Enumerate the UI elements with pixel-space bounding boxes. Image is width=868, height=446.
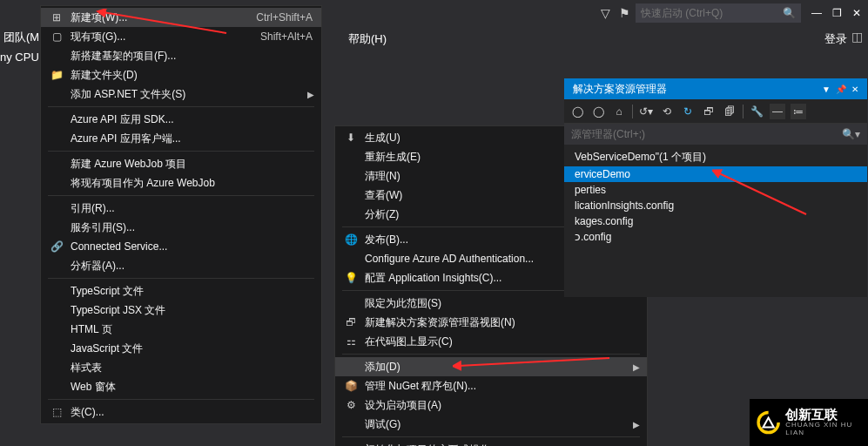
menu-item[interactable]: Azure API 应用 SDK... (41, 110, 321, 129)
menu-item[interactable]: 📦管理 NuGet 程序包(N)... (335, 376, 647, 395)
logo-name: 创新互联 (785, 408, 861, 422)
menu-item-label: 在代码图上显示(C) (365, 334, 453, 349)
quick-launch[interactable]: 🔍 (636, 3, 801, 23)
menu-item[interactable]: 新搭建基架的项目(F)... (41, 46, 321, 65)
new_item-icon: ⊞ (48, 10, 65, 24)
tree-row[interactable]: licationInsights.config (564, 198, 867, 213)
menu-item-label: 添加 ASP.NET 文件夹(S) (71, 87, 185, 102)
build-icon: ⬇ (342, 131, 360, 145)
blank-icon (48, 49, 65, 63)
menu-item[interactable]: 新建 Azure WebJob 项目 (41, 154, 321, 173)
pin-icon[interactable]: 📌 (836, 84, 846, 94)
history-icon[interactable]: ↺▾ (638, 104, 654, 119)
tree-row[interactable]: ɔ.config (564, 229, 867, 245)
menu-item-label: 查看(W) (365, 188, 402, 203)
menu-item[interactable]: 初始化与项目的交互式操作 (335, 440, 647, 446)
separator (48, 195, 314, 196)
properties-icon[interactable]: 🔧 (749, 104, 764, 119)
search-icon[interactable]: 🔍▾ (842, 128, 860, 140)
blank-icon (342, 443, 360, 446)
menu-item-label: TypeScript JSX 文件 (71, 303, 165, 318)
blank-icon (48, 157, 65, 171)
flag-icon[interactable]: ⚑ (616, 5, 632, 21)
menu-item[interactable]: 添加 ASP.NET 文件夹(S)▶ (41, 84, 321, 104)
minimize-button[interactable]: — (811, 7, 822, 19)
menu-item-label: 将现有项目作为 Azure WebJob (71, 176, 215, 191)
sync-icon[interactable]: ⟲ (659, 104, 675, 119)
blank-icon (342, 296, 360, 310)
menu-item[interactable]: 🔗Connected Service... (41, 237, 321, 256)
blank-icon (342, 150, 360, 164)
menu-item-label: 添加(D) (365, 360, 400, 375)
close-panel-icon[interactable]: ✕ (851, 84, 858, 94)
menu-item[interactable]: 调试(G)▶ (335, 415, 647, 434)
shortcut-label: Ctrl+Shift+A (256, 11, 313, 24)
menu-help[interactable]: 帮助(H) (348, 31, 387, 47)
solution-explorer-title[interactable]: 解决方案资源管理器 ▼ 📌 ✕ (564, 78, 867, 99)
dropdown-icon[interactable]: ▼ (822, 84, 831, 94)
back-icon[interactable]: ◯ (569, 104, 585, 119)
menu-item[interactable]: 🗗新建解决方案资源管理器视图(N) (335, 313, 647, 332)
add-submenu: ⊞新建项(W)...Ctrl+Shift+A▢现有项(G)...Shift+Al… (40, 5, 322, 424)
menu-item[interactable]: ⬚类(C)... (41, 402, 321, 422)
menu-item[interactable]: HTML 页 (41, 320, 321, 339)
menu-item[interactable]: 分析器(A)... (41, 256, 321, 275)
separator (342, 436, 640, 437)
menu-item[interactable]: ▢现有项(G)...Shift+Alt+A (41, 27, 321, 46)
menu-item-label: 现有项(G)... (71, 30, 125, 44)
blank-icon (342, 169, 360, 183)
menu-item[interactable]: ⊞新建项(W)...Ctrl+Shift+A (41, 8, 321, 27)
menu-item[interactable]: 服务引用(S)... (41, 218, 321, 237)
menu-item-label: Connected Service... (71, 240, 167, 253)
menu-item[interactable]: ⚏在代码图上显示(C) (335, 332, 647, 351)
home-icon[interactable]: ⌂ (611, 104, 627, 119)
logo-mark-icon (757, 409, 780, 436)
submenu-arrow-icon: ▶ (633, 420, 640, 429)
menu-team[interactable]: 团队(M (3, 30, 39, 45)
blank-icon (48, 176, 65, 190)
tree-row[interactable]: VebServiceDemo"(1 个项目) (564, 148, 867, 166)
menu-item[interactable]: Web 窗体 (41, 377, 321, 396)
menu-item[interactable]: Azure API 应用客户端... (41, 129, 321, 148)
menu-item-label: Azure API 应用客户端... (71, 132, 181, 146)
separator (342, 354, 640, 355)
menu-item[interactable]: ⚙设为启动项目(A) (335, 395, 647, 415)
solex-search-input[interactable] (571, 128, 842, 140)
menu-item-label: 调试(G) (365, 417, 400, 432)
menu-item[interactable]: TypeScript 文件 (41, 281, 321, 301)
menu-item-label: 配置 Application Insights(C)... (365, 271, 501, 286)
menu-item[interactable]: 添加(D)▶ (335, 357, 647, 376)
menu-item-label: 生成(U) (365, 131, 400, 145)
menu-item[interactable]: 将现有项目作为 Azure WebJob (41, 173, 321, 193)
maximize-button[interactable]: ❐ (832, 7, 842, 19)
tree-row[interactable]: kages.config (564, 213, 867, 229)
menu-item[interactable]: 📁新建文件夹(D) (41, 65, 321, 84)
gear-icon: ⚙ (342, 398, 360, 412)
menu-item[interactable]: JavaScript 文件 (41, 339, 321, 358)
avatar-icon[interactable]: ◫ (851, 30, 863, 44)
menu-item[interactable]: 样式表 (41, 358, 321, 377)
showall-icon[interactable]: 🗐 (722, 104, 737, 119)
forward-icon[interactable]: ◯ (590, 104, 606, 119)
toggle1-icon[interactable]: — (770, 104, 785, 119)
refresh-icon[interactable]: ↻ (680, 104, 696, 119)
menu-item-label: 新建文件夹(D) (71, 68, 138, 83)
menu-item[interactable]: TypeScript JSX 文件 (41, 301, 321, 320)
solution-explorer-search[interactable]: 🔍▾ (564, 124, 867, 145)
signin-link[interactable]: 登录 (824, 31, 847, 47)
blank-icon (48, 341, 65, 355)
tree-row[interactable]: perties (564, 182, 867, 198)
panel-title-text: 解决方案资源管理器 (573, 82, 667, 97)
solution-explorer-toolbar: ◯ ◯ ⌂ ↺▾ ⟲ ↻ 🗗 🗐 🔧 — ≔ (564, 99, 867, 124)
connected-icon: 🔗 (48, 240, 65, 253)
menu-item[interactable]: 引用(R)... (41, 199, 321, 218)
tree-row[interactable]: erviceDemo (564, 166, 867, 182)
quick-launch-input[interactable] (641, 7, 771, 19)
collapse-icon[interactable]: 🗗 (701, 104, 717, 119)
close-button[interactable]: ✕ (852, 7, 861, 19)
search-icon[interactable]: 🔍 (783, 7, 796, 19)
filter-icon[interactable]: ▽ (597, 5, 613, 21)
menu-item-label: 分析(Z) (365, 207, 399, 222)
toggle2-icon[interactable]: ≔ (791, 104, 806, 119)
menu-item-label: JavaScript 文件 (71, 341, 143, 356)
